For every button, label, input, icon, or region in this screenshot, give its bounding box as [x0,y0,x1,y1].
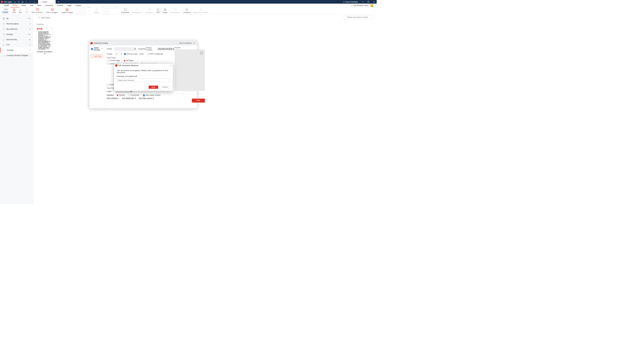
horizontal-radio[interactable] [129,94,131,96]
sidebar-item-recent[interactable]: Recent projects4 [0,21,33,26]
background-button[interactable]: Background ▾ [131,7,144,14]
hand-tool-button[interactable]: Hand [2,8,8,11]
add-folder-button[interactable]: Add Folder [37,16,52,19]
printed-content-select[interactable]: Document and Annotation [157,47,175,51]
sidebar-item-receipt[interactable]: Company Receipt Template2 [0,53,33,58]
file-name-label: Example_Encrypted.pdf [37,51,53,55]
print-by-copy-checkbox[interactable] [124,53,126,55]
compress-button[interactable]: Compress [182,7,192,14]
print-button-main[interactable]: Print [192,99,205,103]
trash-icon[interactable] [101,48,103,50]
organize-pages-button[interactable]: Organize Pages [60,7,74,14]
menu-comment[interactable]: Comment [43,4,55,7]
sidebar-item-all[interactable]: All223 [0,16,33,21]
menu-page[interactable]: Page [65,4,73,7]
zoom-control[interactable]: ▾ [76,6,91,9]
settings-icon[interactable] [33,1,35,3]
avatar-icon[interactable] [370,4,373,7]
pdf-to-image-button[interactable]: PDF to Image ▾ [45,7,60,14]
select-all-checkbox[interactable] [91,48,93,50]
open-button[interactable]: Open [149,85,158,89]
insert-button[interactable]: Insert▾ [23,7,30,14]
menu-bar: File Home Insert Edit View Comment Conve… [0,4,377,8]
sidebar-item-collections[interactable]: My collections0 [0,26,33,32]
menu-view[interactable]: View [35,4,43,7]
modal-close-icon[interactable]: ✕ [170,64,172,66]
send-feedback-button[interactable]: Send Feedback [343,1,358,3]
window-minimize-icon[interactable] [360,0,366,4]
sidebar-item-example[interactable]: Example4 [0,48,33,53]
nav-prev-icon[interactable] [180,92,182,94]
svg-text:A: A [157,9,158,11]
edit-button[interactable]: Edit [17,7,23,14]
cancel-button[interactable]: Cancel [160,85,170,89]
section-title: Example [37,23,373,25]
save-icon[interactable] [18,1,20,3]
select-tool-button[interactable]: Select [2,11,8,14]
all-pages-radio[interactable] [124,60,126,62]
double-sided-checkbox[interactable] [107,84,109,86]
modal-title: PDF Document Password [118,64,139,66]
dialog-close-icon[interactable]: ✕ [193,42,195,44]
add-watermark-link[interactable]: Add WatermarkV [122,97,136,99]
print-button[interactable]: Print [11,7,17,14]
password-input[interactable] [117,78,170,82]
window-maximize-icon[interactable] [366,0,371,4]
file-thumbnail[interactable]: PDF Lorem ipsum dolor sit amet consectet… [37,27,53,55]
menu-file[interactable]: File [2,4,11,7]
tab-close-icon[interactable]: × [53,1,54,3]
tab-home[interactable]: ⌂ Home × [38,0,56,4]
svg-rect-18 [136,8,139,11]
sidebar-item-fyp[interactable]: FYP0 [0,42,33,47]
pdf-to-word-button[interactable]: WPDF to Word ▾ [30,7,45,14]
watermark-button[interactable]: Watermark ▾ [169,7,182,14]
vertical-radio[interactable] [116,94,118,96]
preview-fullscreen-icon[interactable] [200,52,203,55]
nav-page-input[interactable] [183,92,197,95]
nav-last-icon[interactable] [201,92,203,94]
svg-rect-29 [3,19,4,19]
auto-rotate-checkbox[interactable] [143,94,145,96]
screenshot-button[interactable]: Screenshot [119,7,131,14]
print-icon[interactable] [21,1,24,3]
undo-icon[interactable] [25,1,27,3]
slideshow-button[interactable]: Slideshow [144,7,155,14]
more-settings-link[interactable]: More Settings ⌄ [107,97,119,99]
sidebar-item-desktop[interactable]: Desktop168 [0,32,33,37]
rotate-button[interactable]: Rotate [93,7,100,14]
redeem-code-button[interactable]: Use Redeem Code [351,5,368,7]
chevron-up-icon[interactable]: ^ [375,5,375,6]
search-replace-button[interactable]: Search and Replace [192,7,210,14]
copies-down-icon[interactable]: ▼ [121,54,122,55]
add-files-button[interactable]: + Add Files [91,55,103,58]
redo-icon[interactable] [29,1,31,3]
ribbon: Hand Select Print Edit Insert▾ WPDF to W… [0,7,377,14]
copies-input[interactable] [116,53,121,56]
printer-select[interactable] [114,47,136,51]
menu-insert[interactable]: Insert [19,4,28,7]
grayscale-checkbox[interactable] [147,53,149,55]
svg-rect-11 [66,10,67,11]
current-page-radio[interactable] [107,60,109,62]
search-input[interactable] [343,15,373,19]
sidebar-item-wechat[interactable]: WeChat Files45 [0,37,33,42]
merge-button[interactable]: Merge [161,7,169,14]
color-label: Color [139,53,144,55]
nav-first-icon[interactable] [177,92,179,94]
ocr-button[interactable]: AOCR [155,7,161,14]
add-tab-icon[interactable]: ＋ [57,0,60,3]
menu-convert[interactable]: Convert [55,4,65,7]
page-range-title: Page Range [107,57,175,59]
window-close-icon[interactable] [371,0,377,4]
menu-edit[interactable]: Edit [28,4,35,7]
dialog-send-feedback[interactable]: Send Feedback [179,42,191,44]
current-view-radio[interactable] [107,63,109,65]
open-file-icon[interactable] [14,1,16,3]
page-nav-control[interactable] [102,6,118,9]
properties-link[interactable]: Properties [138,48,146,50]
add-page-labels-link[interactable]: Add Page LabelsV [139,97,154,99]
menu-home[interactable]: Home [11,4,19,7]
nav-next-icon[interactable] [198,92,199,94]
pdf-badge: PDF [37,28,42,29]
title-bar: P PDF Agile ⌂ Home × ＋ Send Feedback [0,0,377,4]
